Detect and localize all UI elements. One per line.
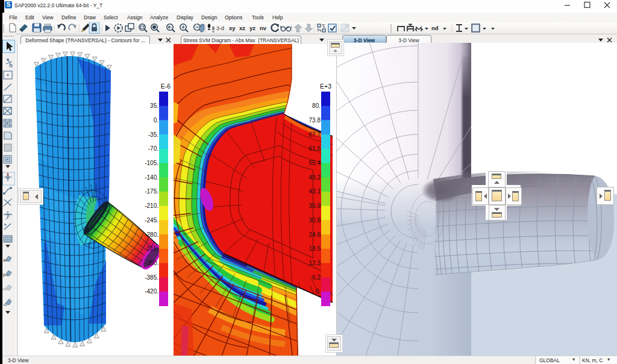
svg-text:67.7: 67.7 (309, 131, 321, 138)
svg-text:-350.: -350. (145, 260, 158, 266)
svg-text:E-6: E-6 (161, 83, 171, 90)
svg-text:-105.: -105. (145, 160, 158, 166)
svg-text:0.: 0. (316, 288, 321, 295)
svg-text:36.9: 36.9 (309, 202, 321, 209)
svg-text:43.1: 43.1 (309, 188, 321, 195)
svg-text:E+3: E+3 (320, 83, 331, 90)
svg-text:-70.: -70. (148, 145, 158, 152)
svg-text:0.: 0. (154, 117, 158, 124)
svg-text:yz: yz (249, 25, 255, 31)
svg-text:-140.: -140. (145, 174, 158, 181)
svg-text:-175.: -175. (145, 188, 158, 195)
svg-text:xy: xy (229, 25, 236, 31)
svg-text:18.5: 18.5 (309, 245, 321, 252)
svg-text:30.8: 30.8 (309, 217, 321, 224)
svg-text:-420.: -420. (145, 288, 158, 295)
svg-text:73.8: 73.8 (309, 117, 321, 124)
svg-text:-35.: -35. (148, 131, 158, 138)
svg-text:-210.: -210. (145, 202, 158, 209)
svg-text:49.2: 49.2 (309, 174, 321, 181)
svg-text:24.6: 24.6 (309, 231, 321, 238)
svg-text:6.2: 6.2 (312, 274, 321, 281)
svg-text:nd: nd (431, 25, 439, 31)
svg-text:55.4: 55.4 (309, 160, 321, 166)
svg-text:-315.: -315. (145, 245, 158, 252)
svg-text:-280.: -280. (145, 231, 158, 238)
svg-text:nv: nv (260, 25, 267, 31)
svg-text:3-d: 3-d (216, 25, 224, 31)
svg-text:80.: 80. (312, 102, 321, 109)
svg-text:-385.: -385. (145, 274, 158, 281)
svg-text:12.3: 12.3 (309, 260, 321, 266)
svg-text:35.: 35. (150, 102, 158, 109)
svg-text:-245.: -245. (145, 217, 158, 224)
svg-text:61.5: 61.5 (309, 145, 321, 152)
svg-text:xz: xz (239, 25, 245, 31)
